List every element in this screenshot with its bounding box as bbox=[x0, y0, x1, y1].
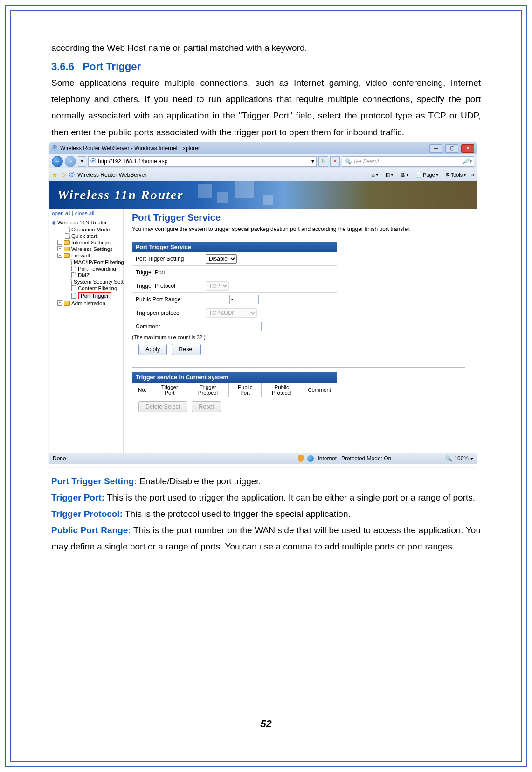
window-titlebar: ⓔ Wireless Router WebServer - Windows In… bbox=[49, 142, 477, 154]
tree-item-content-filter[interactable]: Content Filtering bbox=[52, 285, 121, 292]
input-public-end[interactable] bbox=[235, 295, 259, 304]
definition-text: Enable/Disable the port trigger. bbox=[137, 476, 261, 486]
page-tool-icon: 📄 bbox=[415, 172, 422, 178]
intro-line: according the Web Host name or partial m… bbox=[51, 40, 481, 56]
back-button[interactable]: ← bbox=[52, 156, 63, 167]
row-public-range: Public Port Range - bbox=[132, 293, 337, 306]
tree-item-port-forwarding[interactable]: Port Forwarding bbox=[52, 265, 121, 272]
select-open-proto[interactable]: TCP&UDP bbox=[206, 308, 257, 318]
tree-root[interactable]: ◆ Wireless 11N Router bbox=[52, 219, 121, 226]
page-icon bbox=[71, 266, 76, 271]
page-icon bbox=[71, 279, 72, 285]
router-page-desc: You may configure the system to trigger … bbox=[132, 226, 465, 232]
embedded-screenshot: ⓔ Wireless Router WebServer - Windows In… bbox=[49, 142, 477, 467]
input-trigger-port[interactable] bbox=[206, 268, 239, 277]
col-trig-port: Trigger Port bbox=[152, 383, 187, 397]
delete-select-button[interactable]: Delete Select bbox=[138, 401, 187, 412]
tree-item-mac-filter[interactable]: MAC/IP/Port Filtering bbox=[52, 259, 121, 265]
document-page: according the Web Host name or partial m… bbox=[51, 40, 481, 739]
apply-button[interactable]: Apply bbox=[138, 344, 167, 355]
url-field[interactable]: ⓔ http://192.168.1.1/home.asp ▾ bbox=[88, 156, 317, 167]
input-comment[interactable] bbox=[206, 322, 262, 331]
close-all-link[interactable]: close all bbox=[75, 210, 95, 216]
current-header: Trigger service in Current system bbox=[132, 372, 337, 383]
page-icon: ⓔ bbox=[90, 157, 96, 165]
ie-icon: ⓔ bbox=[52, 144, 57, 152]
search-icon: 🔍 bbox=[344, 158, 351, 165]
folder-icon bbox=[64, 240, 70, 245]
definition-term: Trigger Port: bbox=[51, 493, 104, 502]
section-title: Port Trigger bbox=[83, 61, 141, 72]
nav-dropdown[interactable]: ▾ bbox=[78, 156, 86, 167]
home-icon: ⌂ bbox=[372, 172, 375, 178]
tree-item-operation-mode[interactable]: Operation Mode bbox=[52, 226, 121, 233]
row-trigger-port: Trigger Port bbox=[132, 266, 337, 279]
add-favorite-icon[interactable]: ✩ bbox=[61, 171, 66, 179]
tree-group-wireless[interactable]: + Wireless Settings bbox=[52, 246, 121, 252]
router-page-title: Port Trigger Service bbox=[132, 212, 465, 223]
collapse-icon[interactable]: − bbox=[57, 253, 62, 258]
open-all-link[interactable]: open all bbox=[52, 210, 70, 216]
page-icon bbox=[71, 272, 76, 278]
page-icon bbox=[65, 227, 70, 232]
reset-button-2[interactable]: Reset bbox=[192, 401, 221, 412]
gear-icon: ⚙ bbox=[445, 172, 450, 178]
row-setting: Port Trigger Setting Disable bbox=[132, 252, 337, 266]
label-trigger-port: Trigger Port bbox=[136, 269, 206, 276]
rss-icon: ◧ bbox=[385, 172, 390, 178]
reset-button[interactable]: Reset bbox=[172, 344, 201, 355]
section-number: 3.6.6 bbox=[51, 61, 74, 72]
input-public-start[interactable] bbox=[206, 295, 230, 304]
forward-button[interactable]: → bbox=[65, 156, 76, 167]
label-comment: Comment bbox=[136, 323, 206, 330]
definition-term: Public Port Range: bbox=[51, 525, 131, 535]
col-comment: Comment bbox=[302, 383, 337, 397]
toolbar-chevron-icon[interactable]: » bbox=[471, 172, 474, 178]
select-setting[interactable]: Disable bbox=[206, 254, 237, 264]
address-bar: ← → ▾ ⓔ http://192.168.1.1/home.asp ▾ ↻ … bbox=[49, 154, 477, 168]
tab-title: Wireless Router WebServer bbox=[77, 172, 147, 178]
search-go-icon[interactable]: 🔎▾ bbox=[462, 158, 472, 165]
page-tool[interactable]: 📄 Page ▾ bbox=[414, 172, 441, 178]
tree-group-internet[interactable]: + Internet Settings bbox=[52, 239, 121, 246]
select-trigger-proto[interactable]: TCP bbox=[206, 281, 229, 291]
divider bbox=[132, 237, 465, 237]
search-field[interactable]: 🔍 Live Search 🔎▾ bbox=[342, 156, 474, 167]
close-button[interactable]: ✕ bbox=[461, 144, 474, 153]
favorites-star-icon[interactable]: ★ bbox=[52, 171, 58, 179]
col-trig-proto: Trigger Protocol bbox=[187, 383, 228, 397]
ie-status-bar: Done Internet | Protected Mode: On 🔍 100… bbox=[49, 453, 477, 464]
tree-item-port-trigger[interactable]: Port Trigger bbox=[52, 292, 121, 300]
tree-item-quick-start[interactable]: Quick start bbox=[52, 233, 121, 239]
tree-group-admin[interactable]: + Administration bbox=[52, 300, 121, 306]
stop-button[interactable]: ✕ bbox=[330, 156, 340, 167]
port-trigger-form: Port Trigger Service Port Trigger Settin… bbox=[132, 242, 337, 333]
refresh-button[interactable]: ↻ bbox=[318, 156, 328, 167]
router-main-pane: Port Trigger Service You may configure t… bbox=[124, 209, 477, 453]
maximize-button[interactable]: ▢ bbox=[445, 144, 458, 153]
label-setting: Port Trigger Setting bbox=[136, 256, 206, 262]
tree-item-dmz[interactable]: DMZ bbox=[52, 272, 121, 278]
page-icon bbox=[71, 293, 76, 299]
tools-tool[interactable]: ⚙ Tools ▾ bbox=[443, 172, 469, 178]
router-banner: Wireless 11n Router bbox=[49, 181, 477, 209]
page-icon bbox=[71, 259, 72, 265]
tree-item-sys-security[interactable]: System Security Setti bbox=[52, 278, 121, 285]
zoom-control[interactable]: 🔍 100% ▾ bbox=[445, 455, 473, 462]
col-pub-port: Public Port bbox=[229, 383, 262, 397]
page-number: 52 bbox=[51, 718, 481, 730]
minimize-button[interactable]: — bbox=[429, 144, 442, 153]
tree-group-firewall[interactable]: − Firewall bbox=[52, 252, 121, 259]
folder-icon bbox=[64, 247, 70, 251]
zoom-icon: 🔍 bbox=[445, 455, 452, 462]
page-icon bbox=[71, 285, 76, 291]
shield-icon bbox=[298, 455, 304, 462]
expand-icon[interactable]: + bbox=[57, 246, 62, 251]
print-tool[interactable]: 🖶 ▾ bbox=[398, 172, 411, 178]
expand-icon[interactable]: + bbox=[57, 300, 62, 306]
current-trigger-box: Trigger service in Current system No. Tr… bbox=[132, 372, 337, 397]
url-chevron-icon[interactable]: ▾ bbox=[311, 158, 314, 165]
feed-tool[interactable]: ◧ ▾ bbox=[383, 172, 395, 178]
expand-icon[interactable]: + bbox=[57, 240, 62, 245]
home-tool[interactable]: ⌂ ▾ bbox=[370, 172, 380, 178]
